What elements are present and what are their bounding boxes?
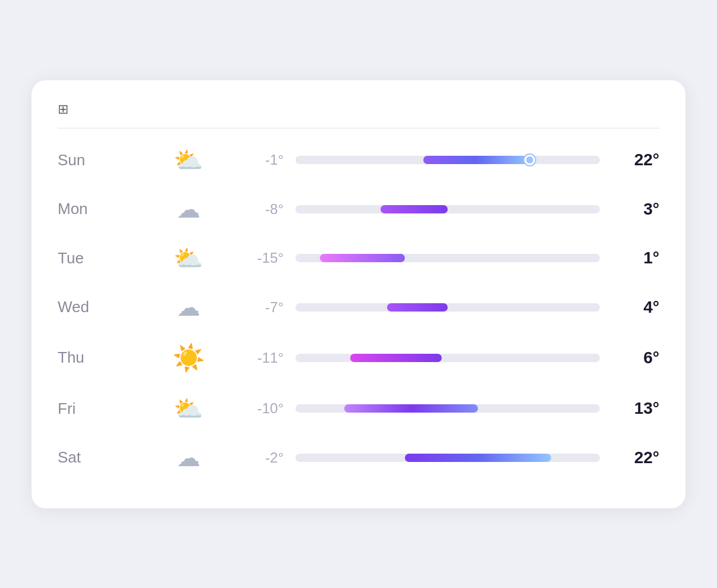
forecast-row: Sat ☁ -2° 22°: [58, 433, 659, 482]
high-temperature: 6°: [600, 348, 659, 367]
temperature-bar: [295, 254, 600, 262]
day-label: Wed: [58, 298, 153, 316]
temperature-bar: [295, 354, 600, 362]
weather-icon: ☁: [153, 444, 224, 471]
day-label: Thu: [58, 348, 153, 367]
low-temperature: -2°: [224, 449, 295, 466]
day-label: Mon: [58, 200, 153, 218]
forecast-row: Fri ⛅ -10° 13°: [58, 384, 659, 433]
forecast-row: Mon ☁ -8° 3°: [58, 185, 659, 234]
weather-icon: ☀️: [153, 342, 224, 373]
low-temperature: -1°: [224, 152, 295, 168]
weather-icon: ☁: [153, 294, 224, 321]
high-temperature: 22°: [600, 448, 659, 467]
forecast-row: Wed ☁ -7° 4°: [58, 283, 659, 332]
forecast-row: Sun ⛅ -1° 22°: [58, 136, 659, 185]
temperature-bar: [295, 303, 600, 312]
low-temperature: -10°: [224, 400, 295, 417]
low-temperature: -8°: [224, 201, 295, 218]
header-divider: [58, 128, 659, 128]
temperature-bar: [295, 454, 600, 462]
card-header: ⊞: [58, 102, 659, 117]
high-temperature: 22°: [600, 150, 659, 169]
day-label: Sat: [58, 448, 153, 467]
bar-fill: [320, 254, 405, 262]
bar-fill: [423, 156, 530, 164]
bar-fill: [405, 454, 551, 462]
bar-dot: [524, 155, 535, 165]
weather-icon: ⛅: [153, 146, 224, 174]
day-label: Fri: [58, 400, 153, 418]
high-temperature: 3°: [600, 200, 659, 219]
bar-fill: [380, 205, 448, 213]
high-temperature: 4°: [600, 298, 659, 317]
day-label: Sun: [58, 151, 153, 169]
day-label: Tue: [58, 249, 153, 268]
temperature-bar: [295, 205, 600, 213]
temperature-bar: [295, 404, 600, 413]
high-temperature: 1°: [600, 249, 659, 268]
calendar-icon: ⊞: [58, 102, 68, 117]
forecast-row: Tue ⛅ -15° 1°: [58, 234, 659, 283]
high-temperature: 13°: [600, 399, 659, 418]
low-temperature: -7°: [224, 299, 295, 316]
low-temperature: -15°: [224, 250, 295, 266]
weather-icon: ⛅: [153, 395, 224, 423]
bar-fill: [350, 354, 442, 362]
temperature-bar: [295, 156, 600, 164]
bar-fill: [387, 303, 448, 312]
forecast-list: Sun ⛅ -1° 22° Mon ☁ -8° 3° Tue ⛅ -15° 1°…: [58, 136, 659, 482]
forecast-card: ⊞ Sun ⛅ -1° 22° Mon ☁ -8° 3° Tue ⛅ -15° …: [32, 80, 685, 508]
low-temperature: -11°: [224, 350, 295, 366]
weather-icon: ☁: [153, 196, 224, 223]
forecast-row: Thu ☀️ -11° 6°: [58, 332, 659, 384]
bar-fill: [344, 404, 478, 413]
weather-icon: ⛅: [153, 244, 224, 272]
